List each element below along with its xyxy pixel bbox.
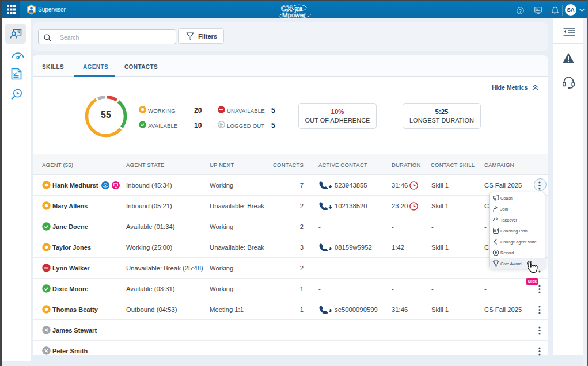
svg-text:Mpower: Mpower bbox=[282, 12, 306, 18]
svg-text:one: one bbox=[295, 6, 303, 11]
svg-text:?: ? bbox=[519, 8, 522, 14]
